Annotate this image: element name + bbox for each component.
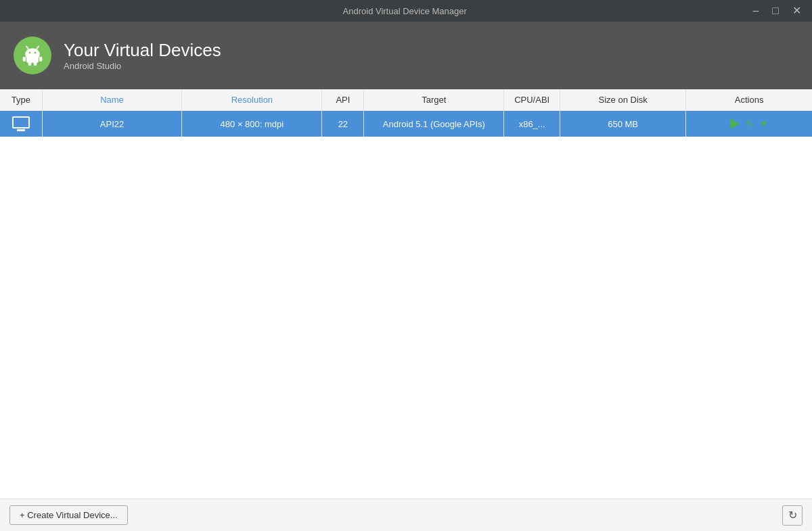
refresh-button[interactable]: ↻: [782, 505, 803, 526]
edit-icon: ✎: [745, 118, 754, 131]
svg-rect-5: [26, 57, 39, 63]
header-title: Your Virtual Devices: [64, 40, 221, 61]
col-resolution-header[interactable]: Resolution: [182, 89, 322, 111]
row-actions-cell: ✎ ▼: [686, 111, 812, 137]
row-size-cell: 650 MB: [560, 111, 686, 137]
android-studio-logo-icon: [20, 43, 45, 68]
window-controls: – □ ✕: [748, 4, 805, 18]
play-icon: [730, 118, 740, 129]
monitor-icon: [12, 116, 30, 129]
table-header: Type Name Resolution API Target: [0, 89, 812, 111]
device-type-icon: [12, 116, 30, 131]
header: Your Virtual Devices Android Studio: [0, 22, 812, 89]
close-button[interactable]: ✕: [788, 4, 805, 18]
col-type-header: Type: [0, 89, 42, 111]
svg-point-2: [35, 52, 37, 54]
col-name-header[interactable]: Name: [42, 89, 182, 111]
col-size-header: Size on Disk: [560, 89, 686, 111]
col-api-header: API: [322, 89, 364, 111]
row-target-cell: Android 5.1 (Google APIs): [364, 111, 504, 137]
minimize-button[interactable]: –: [748, 4, 763, 18]
row-api-cell: 22: [322, 111, 364, 137]
table-row[interactable]: API22 480 × 800: mdpi 22 Android 5.1 (Go…: [0, 111, 812, 137]
play-button[interactable]: [730, 118, 740, 129]
table-body: API22 480 × 800: mdpi 22 Android 5.1 (Go…: [0, 111, 812, 137]
actions-container: ✎ ▼: [693, 118, 805, 131]
svg-rect-7: [39, 57, 43, 62]
row-type-cell: [0, 111, 42, 137]
header-text: Your Virtual Devices Android Studio: [64, 40, 221, 71]
title-bar: Android Virtual Device Manager – □ ✕: [0, 0, 812, 22]
maximize-button[interactable]: □: [768, 4, 783, 18]
monitor-stand-icon: [17, 129, 25, 131]
edit-button[interactable]: ✎: [745, 118, 754, 131]
create-virtual-device-button[interactable]: + Create Virtual Device...: [9, 505, 128, 525]
svg-point-1: [29, 52, 31, 54]
row-resolution-cell: 480 × 800: mdpi: [182, 111, 322, 137]
col-target-header: Target: [364, 89, 504, 111]
more-button[interactable]: ▼: [759, 118, 769, 129]
footer: + Create Virtual Device... ↻: [0, 499, 812, 531]
row-name-cell: API22: [42, 111, 182, 137]
svg-line-4: [37, 47, 39, 49]
main-window: Android Virtual Device Manager – □ ✕: [0, 0, 812, 531]
svg-rect-6: [23, 57, 26, 62]
svg-rect-9: [34, 62, 37, 66]
window-title: Android Virtual Device Manager: [61, 6, 748, 16]
col-actions-header: Actions: [686, 89, 812, 111]
table-header-row: Type Name Resolution API Target: [0, 89, 812, 111]
col-cpu-header: CPU/ABI: [504, 89, 560, 111]
device-table: Type Name Resolution API Target: [0, 89, 812, 137]
svg-rect-8: [28, 62, 32, 66]
svg-line-3: [26, 47, 28, 49]
chevron-down-icon: ▼: [759, 118, 769, 129]
header-subtitle: Android Studio: [64, 61, 221, 71]
main-content: Type Name Resolution API Target: [0, 89, 812, 531]
device-list-area: Type Name Resolution API Target: [0, 89, 812, 531]
row-cpu-cell: x86_...: [504, 111, 560, 137]
android-logo: [14, 37, 51, 74]
